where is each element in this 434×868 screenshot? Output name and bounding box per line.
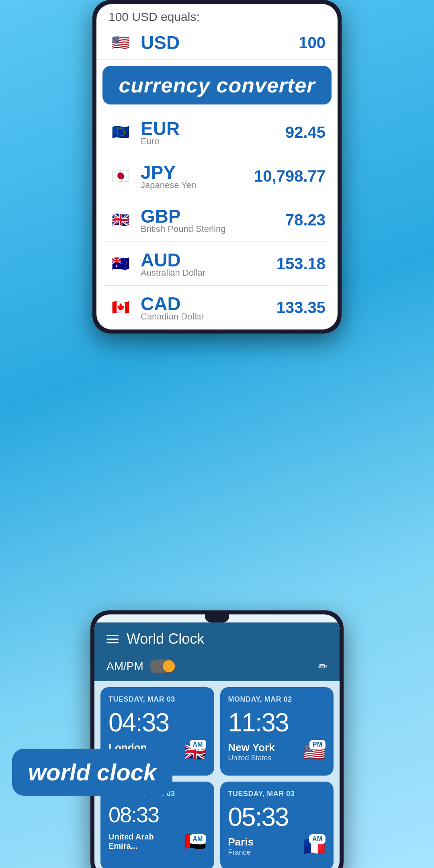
cad-name: Canadian Dollar xyxy=(141,311,276,322)
cad-value: 133.35 xyxy=(276,299,326,317)
eur-value: 92.45 xyxy=(285,123,326,141)
paris-city: Paris xyxy=(228,836,254,848)
currency-banner-text: currency converter xyxy=(115,73,319,97)
paris-time: 05:33 xyxy=(228,802,326,832)
newyork-time: 11:33 xyxy=(228,708,326,737)
uae-ampm: AM xyxy=(190,834,206,844)
eur-info: EUR Euro xyxy=(141,118,285,147)
toggle-knob xyxy=(163,660,175,672)
hamburger-menu[interactable] xyxy=(106,635,119,643)
london-date: TUESDAY, MAR 03 xyxy=(108,695,206,704)
jpy-flag: 🇯🇵 xyxy=(108,164,133,188)
hamburger-line-3 xyxy=(106,642,119,643)
uae-city-info: United Arab Emira... xyxy=(108,832,184,851)
currency-banner: currency converter xyxy=(102,66,332,104)
aud-info: AUD Australian Dollar xyxy=(141,249,276,278)
cad-flag: 🇨🇦 xyxy=(108,295,133,319)
aud-name: Australian Dollar xyxy=(141,268,276,278)
gbp-info: GBP British Pound Sterling xyxy=(141,205,285,234)
clock-header: World Clock xyxy=(94,622,340,655)
world-clock-banner-text: world clock xyxy=(28,759,156,786)
jpy-item[interactable]: 🇯🇵 JPY Japanese Yen 10,798.77 xyxy=(104,154,330,198)
currency-screen: 100 USD equals: 🇺🇸 USD 100 currency conv… xyxy=(96,4,338,330)
newyork-ampm: PM xyxy=(309,740,326,749)
currency-converter-phone: 100 USD equals: 🇺🇸 USD 100 currency conv… xyxy=(92,0,342,334)
phone-notch xyxy=(205,614,229,622)
world-clock-phone: World Clock AM/PM ✏ TUESDAY, MAR 03 04:3… xyxy=(90,610,344,868)
jpy-name: Japanese Yen xyxy=(141,180,254,190)
paris-country: France xyxy=(228,848,254,857)
newyork-city-info: New York United States xyxy=(228,741,275,762)
eur-flag: 🇪🇺 xyxy=(108,120,133,144)
paris-clock-card[interactable]: TUESDAY, MAR 03 05:33 AM Paris France 🇫🇷 xyxy=(220,782,334,868)
currency-list: 🇪🇺 EUR Euro 92.45 🇯🇵 JPY Japanese Yen 10… xyxy=(96,111,338,330)
hamburger-line-1 xyxy=(106,635,119,636)
newyork-country: United States xyxy=(228,754,275,762)
london-time: 04:33 xyxy=(108,708,206,737)
paris-date: TUESDAY, MAR 03 xyxy=(228,790,326,798)
usd-info: USD xyxy=(141,32,299,53)
ampm-label: AM/PM xyxy=(106,660,143,673)
newyork-clock-card[interactable]: MONDAY, MAR 02 11:33 PM New York United … xyxy=(220,687,334,776)
paris-ampm: AM xyxy=(309,834,326,844)
ampm-toggle[interactable] xyxy=(149,659,176,673)
gbp-value: 78.23 xyxy=(285,211,326,229)
london-ampm: AM xyxy=(190,740,206,749)
edit-icon[interactable]: ✏ xyxy=(318,660,328,673)
usd-code: USD xyxy=(141,32,299,53)
gbp-name: British Pound Sterling xyxy=(141,224,285,234)
gbp-item[interactable]: 🇬🇧 GBP British Pound Sterling 78.23 xyxy=(104,198,330,242)
jpy-info: JPY Japanese Yen xyxy=(141,162,254,190)
header-equals: 100 USD equals: xyxy=(96,4,338,26)
usd-row: 🇺🇸 USD 100 xyxy=(96,26,338,60)
hamburger-line-2 xyxy=(106,639,119,640)
aud-value: 153.18 xyxy=(276,255,326,273)
jpy-value: 10,798.77 xyxy=(254,167,326,185)
newyork-city: New York xyxy=(228,741,275,754)
cad-info: CAD Canadian Dollar xyxy=(141,293,276,322)
uae-city: United Arab Emira... xyxy=(108,832,184,851)
clock-app-title: World Clock xyxy=(127,631,328,647)
aud-item[interactable]: 🇦🇺 AUD Australian Dollar 153.18 xyxy=(104,242,330,286)
usd-flag: 🇺🇸 xyxy=(108,31,133,55)
paris-city-info: Paris France xyxy=(228,836,254,857)
world-clock-screen: World Clock AM/PM ✏ TUESDAY, MAR 03 04:3… xyxy=(94,614,340,868)
gbp-flag: 🇬🇧 xyxy=(108,208,133,232)
cad-item[interactable]: 🇨🇦 CAD Canadian Dollar 133.35 xyxy=(104,286,330,330)
usd-value: 100 xyxy=(299,34,326,52)
newyork-date: MONDAY, MAR 02 xyxy=(228,695,326,704)
world-clock-banner: world clock xyxy=(12,749,172,796)
eur-item[interactable]: 🇪🇺 EUR Euro 92.45 xyxy=(104,111,330,154)
clock-subheader: AM/PM ✏ xyxy=(94,655,340,681)
aud-flag: 🇦🇺 xyxy=(108,252,133,276)
uae-time: 08:33 xyxy=(108,802,206,827)
